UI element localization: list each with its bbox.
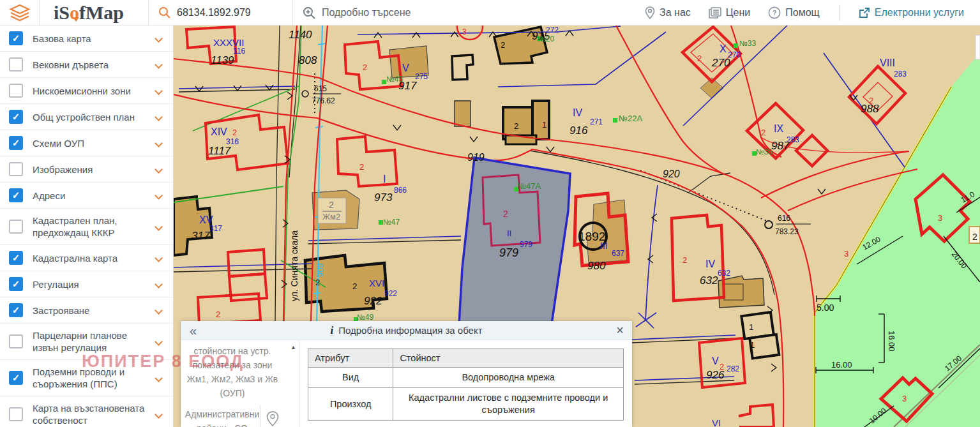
sidebar-layer-item-13[interactable]: Карта на възстановената собственост bbox=[0, 396, 173, 427]
map-label: 2 bbox=[514, 121, 518, 131]
sidebar-item-label: Вековни дървета bbox=[33, 59, 156, 71]
map-label: 2 bbox=[697, 54, 702, 63]
chevron-down-icon[interactable] bbox=[155, 34, 163, 43]
map-label: №22A bbox=[619, 114, 642, 123]
chevron-down-icon[interactable] bbox=[155, 374, 163, 382]
map-label: 2 bbox=[216, 310, 220, 319]
map-label: 637 bbox=[612, 249, 624, 258]
sidebar-layer-item-9[interactable]: ✓Регулация bbox=[0, 271, 173, 297]
checkbox-checked-icon[interactable]: ✓ bbox=[9, 303, 23, 317]
search-input[interactable] bbox=[177, 7, 285, 19]
map-label: V bbox=[712, 356, 719, 366]
checkbox-checked-icon[interactable]: ✓ bbox=[9, 136, 23, 150]
layers-menu-button[interactable] bbox=[0, 0, 40, 26]
chevron-down-icon[interactable] bbox=[155, 61, 163, 69]
map-label: 922 bbox=[364, 295, 382, 307]
checkbox-checked-icon[interactable]: ✓ bbox=[9, 371, 23, 385]
map-label: 922 bbox=[384, 289, 397, 298]
detailed-search-button[interactable]: Подробно търсене bbox=[293, 0, 641, 26]
checkbox-checked-icon[interactable]: ✓ bbox=[9, 31, 23, 45]
map-label: 926 bbox=[706, 369, 725, 381]
sidebar-layer-item-3[interactable]: ✓Общ устройствен план bbox=[0, 104, 173, 130]
chevron-down-icon[interactable] bbox=[155, 410, 163, 419]
sidebar-layer-item-0[interactable]: ✓Базова карта bbox=[0, 26, 173, 52]
close-panel-button[interactable]: × bbox=[608, 323, 632, 338]
checkbox-checked-icon[interactable]: ✓ bbox=[9, 110, 23, 124]
map-label: 1140 bbox=[289, 29, 312, 41]
nav-help[interactable]: ? Помощ bbox=[768, 6, 819, 19]
map-label: 3 bbox=[844, 249, 848, 258]
chevron-down-icon[interactable] bbox=[155, 113, 163, 121]
chevron-down-icon[interactable] bbox=[155, 280, 163, 288]
legend-item-oup[interactable]: стойности на устр. показатели за зони Жм… bbox=[185, 344, 280, 400]
map-label: VI bbox=[712, 417, 721, 427]
checkbox-unchecked-icon[interactable] bbox=[9, 84, 23, 98]
map-label: 270 bbox=[711, 57, 730, 69]
map-label: 282 bbox=[727, 364, 739, 373]
chevron-down-icon[interactable] bbox=[155, 191, 163, 200]
chevron-down-icon[interactable] bbox=[155, 223, 163, 231]
sidebar-layer-item-11[interactable]: Парцеларни планове извън регулация bbox=[0, 324, 173, 360]
map-label: 980 bbox=[587, 260, 606, 272]
checkbox-unchecked-icon[interactable] bbox=[9, 162, 23, 176]
map-label: 2 bbox=[761, 128, 765, 137]
layers-icon bbox=[9, 3, 31, 22]
chevron-down-icon[interactable] bbox=[155, 87, 163, 95]
detailed-search-label: Подробно търсене bbox=[322, 7, 411, 19]
sidebar-layer-item-7[interactable]: Кадастрален план, предхождащ КККР bbox=[0, 209, 173, 245]
map-label: 16.00 bbox=[831, 360, 852, 370]
map-label: 283 bbox=[894, 70, 907, 79]
sidebar-layer-item-1[interactable]: Вековни дървета bbox=[0, 52, 173, 78]
sidebar-layer-item-4[interactable]: ✓Схеми ОУП bbox=[0, 130, 173, 156]
checkbox-checked-icon[interactable]: ✓ bbox=[9, 188, 23, 202]
map-label: 783.23 bbox=[775, 227, 799, 236]
nav-prices-label: Цени bbox=[726, 7, 751, 19]
sidebar-layer-item-8[interactable]: ✓Кадастрална карта bbox=[0, 245, 173, 271]
checkbox-unchecked-icon[interactable] bbox=[9, 57, 23, 71]
nav-prices[interactable]: Цени bbox=[709, 7, 751, 19]
address-point-icon bbox=[379, 220, 383, 225]
checkbox-unchecked-icon[interactable] bbox=[9, 220, 23, 234]
sidebar-layer-item-2[interactable]: Нискоемисионни зони bbox=[0, 78, 173, 104]
legend-item-admin-regions[interactable]: Административни райони - СО bbox=[185, 407, 260, 427]
map-label: X bbox=[720, 43, 727, 54]
map-label: 271 bbox=[590, 117, 603, 126]
address-point-icon bbox=[734, 43, 738, 48]
sidebar-item-label: Адреси bbox=[33, 190, 156, 202]
map-label: II bbox=[507, 228, 511, 238]
chevron-down-icon[interactable] bbox=[155, 254, 163, 262]
search-icon bbox=[158, 6, 170, 19]
nav-about[interactable]: За нас bbox=[645, 6, 691, 19]
selected-parcel-979[interactable] bbox=[459, 158, 570, 324]
map-label: Жм2 bbox=[322, 212, 340, 221]
chevron-down-icon[interactable] bbox=[155, 139, 163, 147]
checkbox-unchecked-icon[interactable] bbox=[9, 407, 23, 421]
chevron-down-icon[interactable] bbox=[155, 338, 163, 346]
map-label: 987 bbox=[771, 140, 790, 152]
map-label: 116 bbox=[233, 47, 245, 56]
map-label: VIII bbox=[880, 57, 895, 68]
map-label: 5.00 bbox=[817, 303, 834, 313]
sidebar-layer-item-12[interactable]: ✓Подземни проводи и съоръжения (ППС) bbox=[0, 360, 173, 396]
header-nav: За нас Цени ? Помощ bbox=[645, 4, 964, 21]
map-canvas[interactable]: XXXVII11611391140808XIV231611172V№452759… bbox=[174, 26, 980, 427]
app-logo[interactable]: iSofMap bbox=[40, 0, 148, 26]
nav-eservices[interactable]: Електронни услуги bbox=[859, 7, 964, 19]
map-label: 1 bbox=[542, 120, 547, 130]
sidebar-item-label: Кадастрален план, предхождащ КККР bbox=[33, 214, 156, 239]
chevron-down-icon[interactable] bbox=[155, 306, 163, 315]
checkbox-unchecked-icon[interactable] bbox=[9, 334, 23, 348]
checkbox-checked-icon[interactable]: ✓ bbox=[9, 277, 23, 291]
map-label: 979 bbox=[499, 246, 518, 259]
sidebar-layer-item-5[interactable]: Изображения bbox=[0, 156, 173, 183]
map-label: 2 bbox=[501, 40, 505, 50]
map-label: 1139 bbox=[211, 54, 234, 66]
sidebar-item-label: Кадастрална карта bbox=[33, 252, 156, 264]
chevron-down-icon[interactable] bbox=[155, 165, 163, 174]
map-label: №47 bbox=[383, 218, 400, 227]
scroll-up-icon[interactable]: ▲ bbox=[290, 344, 296, 350]
sidebar-layer-item-10[interactable]: ✓Застрояване bbox=[0, 297, 173, 324]
sidebar-layer-item-6[interactable]: ✓Адреси bbox=[0, 183, 173, 209]
map-label: 2 bbox=[359, 162, 364, 172]
checkbox-checked-icon[interactable]: ✓ bbox=[9, 251, 23, 265]
